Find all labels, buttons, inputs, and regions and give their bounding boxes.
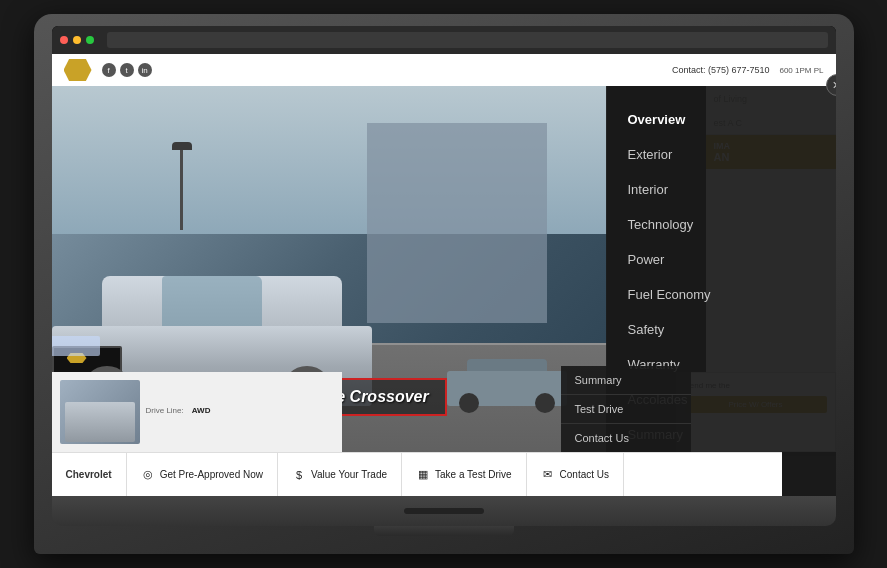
contact-us-button[interactable]: ✉ Contact Us [527,453,624,496]
test-drive-label: Take a Test Drive [435,469,512,480]
bottom-listing: Drive Line: AWD [52,372,342,452]
menu-item-power[interactable]: Power [606,242,836,277]
car-windshield [162,276,262,326]
brand-name: Chevrolet [66,469,112,480]
street-light [172,142,192,230]
bg-car-wheel-front [459,393,479,413]
url-bar[interactable] [107,32,828,48]
preapproved-label: Get Pre-Approved Now [160,469,263,480]
bottom-menu-overlay: Summary Test Drive Contact Us [561,366,691,452]
get-preapproved-button[interactable]: ◎ Get Pre-Approved Now [127,453,278,496]
menu-item-interior[interactable]: Interior [606,172,836,207]
brand-tag: Chevrolet [52,453,127,496]
background-car [447,356,567,416]
facebook-icon[interactable]: f [102,63,116,77]
menu-item-technology[interactable]: Technology [606,207,836,242]
top-nav: f t in Contact: (575) 677-7510 600 1PM P… [52,54,836,86]
bottom-menu-test-drive[interactable]: Test Drive [561,395,691,424]
contact-us-label: Contact Us [560,469,609,480]
building-background [367,123,547,323]
menu-item-safety[interactable]: Safety [606,312,836,347]
listing-driveline-row: Drive Line: AWD [146,406,334,415]
driveline-value: AWD [192,406,211,415]
laptop-camera-notch [404,508,484,514]
envelope-icon: ✉ [541,468,555,482]
laptop-stand [374,526,514,536]
nav-right-area: Contact: (575) 677-7510 600 1PM PL [672,65,824,75]
bottom-menu-summary[interactable]: Summary [561,366,691,395]
screen-bezel: f t in Contact: (575) 677-7510 600 1PM P… [52,26,836,496]
instagram-icon[interactable]: in [138,63,152,77]
bottom-action-bar: Chevrolet ◎ Get Pre-Approved Now $ Value… [52,452,782,496]
menu-item-fuel-economy[interactable]: Fuel Economy [606,277,836,312]
preapproved-icon: ◎ [141,468,155,482]
car-headlight [52,336,100,356]
driveline-label: Drive Line: [146,406,184,415]
browser-close-dot[interactable] [60,36,68,44]
bg-car-wheel-rear [535,393,555,413]
thumbnail-1[interactable] [60,380,140,444]
value-trade-button[interactable]: $ Value Your Trade [278,453,402,496]
laptop-body: f t in Contact: (575) 677-7510 600 1PM P… [34,14,854,554]
page-content: f t in Contact: (575) 677-7510 600 1PM P… [52,54,836,496]
nav-contact-phone: Contact: (575) 677-7510 [672,65,770,75]
menu-item-exterior[interactable]: Exterior [606,137,836,172]
browser-minimize-dot[interactable] [73,36,81,44]
social-icons-group: f t in [102,63,152,77]
nav-logo-area: f t in [64,59,152,81]
twitter-icon[interactable]: t [120,63,134,77]
value-trade-label: Value Your Trade [311,469,387,480]
chevrolet-logo-icon [64,59,92,81]
menu-item-overview[interactable]: Overview [606,102,836,137]
listing-details: Drive Line: AWD [146,406,334,418]
trade-icon: $ [292,468,306,482]
bottom-menu-contact-us[interactable]: Contact Us [561,424,691,452]
browser-chrome [52,26,836,54]
thumb-car-1 [65,402,135,442]
test-drive-button[interactable]: ▦ Take a Test Drive [402,453,527,496]
laptop-shell: f t in Contact: (575) 677-7510 600 1PM P… [34,14,854,554]
calendar-icon: ▦ [416,468,430,482]
laptop-base [52,496,836,526]
nav-hours: 600 1PM PL [779,66,823,75]
browser-fullscreen-dot[interactable] [86,36,94,44]
